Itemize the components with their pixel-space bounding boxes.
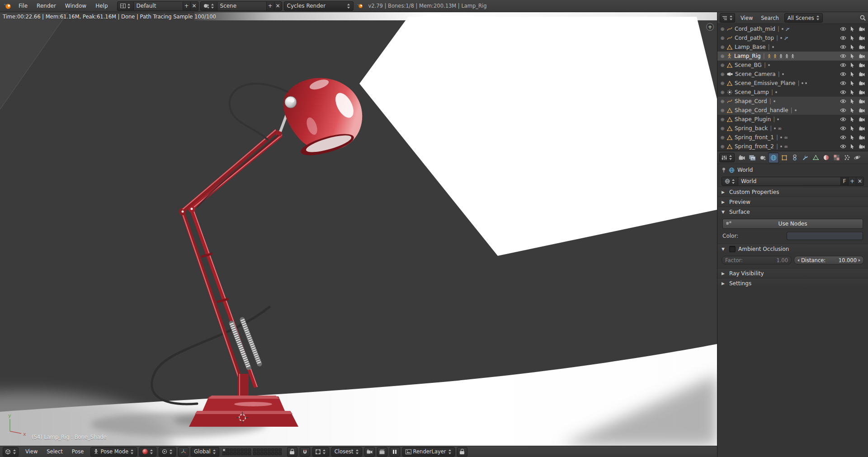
region-toggle-icon[interactable]: +	[706, 23, 714, 31]
restrict-render-icon[interactable]	[858, 117, 866, 122]
tab-object[interactable]	[779, 153, 789, 163]
restrict-view-eye-icon[interactable]	[839, 90, 847, 94]
snap-target-select[interactable]: Closest	[331, 447, 362, 457]
menu-window[interactable]: Window	[61, 3, 91, 9]
render-layer-select[interactable]: RenderLayer	[402, 447, 455, 457]
expand-icon[interactable]: ⊕	[720, 135, 725, 141]
manipulator-toggle-button[interactable]	[178, 447, 189, 457]
armature-layer-toggle[interactable]	[222, 452, 226, 455]
snap-toggle-button[interactable]	[300, 447, 310, 457]
restrict-select-icon[interactable]	[849, 144, 856, 149]
restrict-select-icon[interactable]	[849, 126, 856, 131]
armature-layer-toggle[interactable]	[253, 448, 256, 452]
restrict-select-icon[interactable]	[849, 80, 856, 86]
viewport-menu-pose[interactable]: Pose	[67, 448, 89, 455]
expand-icon[interactable]: ⊕	[720, 144, 725, 150]
armature-layer-toggle[interactable]	[226, 452, 229, 455]
editor-type-button[interactable]	[3, 447, 19, 457]
menu-file[interactable]: File	[14, 3, 32, 9]
restrict-render-icon[interactable]	[858, 108, 866, 113]
armature-layer-toggle[interactable]	[278, 448, 282, 452]
screen-layout-name-field[interactable]: Default	[133, 2, 183, 10]
restrict-render-icon[interactable]	[858, 81, 866, 85]
viewport-menu-select[interactable]: Select	[42, 448, 67, 455]
world-color-swatch[interactable]	[787, 232, 863, 240]
armature-layer-toggle[interactable]	[226, 448, 229, 452]
expand-icon[interactable]: ⊕	[720, 26, 725, 32]
restrict-render-icon[interactable]	[858, 72, 866, 76]
world-name-field[interactable]: World	[738, 177, 840, 185]
armature-layer-toggle[interactable]	[264, 448, 267, 452]
outliner-item-Scene_BG[interactable]: ⊕Scene_BG|	[717, 61, 868, 70]
ao-checkbox[interactable]	[729, 246, 736, 252]
pin-icon[interactable]	[722, 167, 726, 173]
expand-icon[interactable]: ⊕	[720, 126, 725, 132]
expand-icon[interactable]: ⊕	[720, 53, 725, 59]
outliner-item-Spring_front_1[interactable]: ⊕Spring_front_1|∞	[717, 133, 868, 142]
restrict-select-icon[interactable]	[849, 62, 856, 68]
armature-layer-toggle[interactable]	[222, 448, 226, 452]
delete-scene-button[interactable]: ✕	[274, 2, 282, 10]
outliner-item-Spring_back[interactable]: ⊕Spring_back|∞	[717, 124, 868, 133]
increment-arrow-icon[interactable]	[859, 259, 860, 262]
ao-factor-slider[interactable]: Factor: 1.00	[722, 256, 792, 264]
tab-physics[interactable]	[852, 153, 862, 163]
armature-layer-toggle[interactable]	[257, 452, 260, 455]
tab-render-layers[interactable]	[747, 153, 757, 163]
menu-render[interactable]: Render	[32, 3, 61, 9]
viewport-menu-view[interactable]: View	[21, 448, 42, 455]
restrict-render-icon[interactable]	[858, 135, 866, 140]
restrict-view-eye-icon[interactable]	[839, 135, 847, 140]
restrict-view-eye-icon[interactable]	[839, 108, 847, 113]
armature-layer-toggle[interactable]	[230, 452, 233, 455]
armature-layer-toggle[interactable]	[275, 448, 278, 452]
restrict-render-icon[interactable]	[858, 126, 866, 131]
outliner-item-Lamp_Base[interactable]: ⊕Lamp_Base|	[717, 42, 868, 52]
armature-layer-toggle[interactable]	[268, 448, 271, 452]
armature-layer-toggle[interactable]	[244, 452, 247, 455]
armature-layer-toggle[interactable]	[275, 452, 278, 455]
panel-surface[interactable]: ▼ Surface	[717, 207, 868, 217]
armature-layer-toggle[interactable]	[271, 452, 274, 455]
add-scene-button[interactable]: +	[266, 2, 274, 10]
pivot-point-select[interactable]	[159, 447, 176, 457]
use-nodes-button[interactable]: Use Nodes	[722, 219, 863, 229]
restrict-select-icon[interactable]	[849, 71, 856, 77]
restrict-select-icon[interactable]	[849, 53, 856, 59]
restrict-view-eye-icon[interactable]	[839, 27, 847, 31]
armature-layer-toggle[interactable]	[244, 448, 247, 452]
outliner-item-Cord_path_top[interactable]: ⊕Cord_path_top|	[717, 33, 868, 42]
panel-settings[interactable]: ▶ Settings	[717, 278, 868, 288]
restrict-render-icon[interactable]	[858, 36, 866, 40]
restrict-view-eye-icon[interactable]	[839, 54, 847, 58]
outliner-item-Shape_Plugin[interactable]: ⊕Shape_Plugin|	[717, 115, 868, 124]
add-screen-layout-button[interactable]: +	[183, 2, 190, 10]
restrict-render-icon[interactable]	[858, 144, 866, 149]
outliner-display-mode-select[interactable]: All Scenes	[784, 13, 823, 23]
outliner-editor-type-button[interactable]	[720, 13, 735, 23]
restrict-render-icon[interactable]	[858, 63, 866, 67]
tab-texture[interactable]	[831, 153, 841, 163]
panel-ray-visibility[interactable]: ▶ Ray Visibility	[717, 268, 868, 278]
armature-layer-toggle[interactable]	[271, 448, 274, 452]
ao-distance-field[interactable]: Distance: 10.000	[794, 256, 864, 264]
outliner-item-Scene_Lamp[interactable]: ⊕Scene_Lamp|	[717, 88, 868, 97]
viewport-shading-select[interactable]	[139, 447, 156, 457]
armature-layer-toggle[interactable]	[253, 452, 256, 455]
armature-layer-toggle[interactable]	[237, 448, 240, 452]
opengl-render-still-button[interactable]	[364, 447, 375, 457]
armature-layer-toggle[interactable]	[264, 452, 267, 455]
lock-layers-button[interactable]	[287, 447, 297, 457]
viewport-3d[interactable]: x y Time:00:22.66 | Mem:61.16M, Peak:61.…	[0, 12, 717, 446]
decrement-arrow-icon[interactable]	[797, 259, 799, 262]
expand-icon[interactable]: ⊕	[720, 80, 725, 86]
outliner-search-menu[interactable]: Search	[758, 15, 782, 21]
restrict-render-icon[interactable]	[858, 54, 866, 58]
menu-help[interactable]: Help	[91, 3, 112, 9]
armature-layer-toggle[interactable]	[260, 448, 264, 452]
outliner-item-Scene_Camera[interactable]: ⊕Scene_Camera|	[717, 70, 868, 79]
restrict-view-eye-icon[interactable]	[839, 36, 847, 40]
restrict-view-eye-icon[interactable]	[839, 144, 847, 149]
panel-custom-properties[interactable]: ▶ Custom Properties	[717, 187, 868, 197]
armature-layer-toggle[interactable]	[233, 448, 236, 452]
